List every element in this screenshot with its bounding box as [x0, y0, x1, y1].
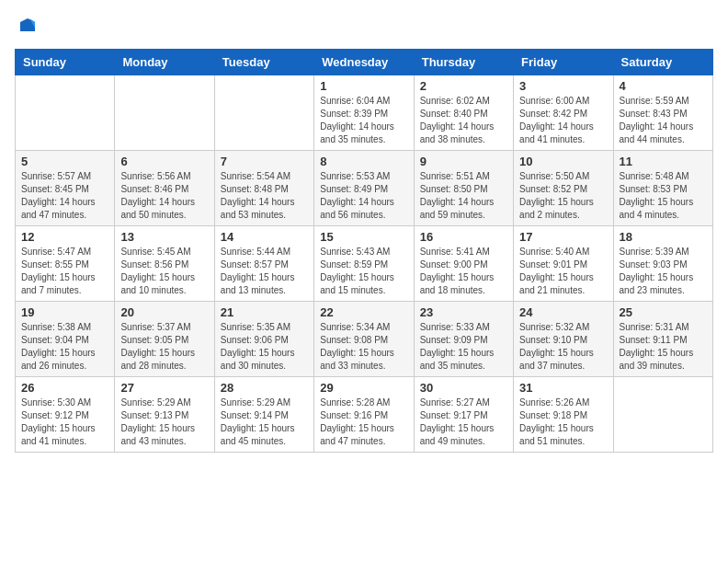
day-number: 12: [21, 230, 108, 244]
day-number: 30: [420, 381, 507, 395]
calendar-cell: 27Sunrise: 5:29 AM Sunset: 9:13 PM Dayli…: [115, 376, 214, 452]
week-row-3: 12Sunrise: 5:47 AM Sunset: 8:55 PM Dayli…: [16, 225, 713, 301]
day-detail: Sunrise: 6:02 AM Sunset: 8:40 PM Dayligh…: [420, 95, 507, 146]
day-number: 10: [519, 155, 607, 168]
calendar-cell: 13Sunrise: 5:45 AM Sunset: 8:56 PM Dayli…: [115, 225, 214, 301]
day-detail: Sunrise: 5:59 AM Sunset: 8:43 PM Dayligh…: [620, 95, 707, 146]
calendar-cell: [115, 75, 214, 150]
day-detail: Sunrise: 5:44 AM Sunset: 8:57 PM Dayligh…: [221, 246, 308, 297]
day-detail: Sunrise: 5:35 AM Sunset: 9:06 PM Dayligh…: [221, 321, 308, 373]
day-number: 22: [320, 305, 407, 319]
day-number: 19: [21, 305, 108, 319]
calendar-cell: 24Sunrise: 5:32 AM Sunset: 9:10 PM Dayli…: [514, 301, 613, 376]
day-detail: Sunrise: 5:34 AM Sunset: 9:08 PM Dayligh…: [320, 321, 407, 373]
day-number: 4: [620, 79, 707, 93]
calendar-cell: 25Sunrise: 5:31 AM Sunset: 9:11 PM Dayli…: [613, 301, 712, 376]
day-detail: Sunrise: 5:51 AM Sunset: 8:50 PM Dayligh…: [420, 170, 507, 222]
weekday-header-sunday: Sunday: [16, 49, 115, 75]
day-number: 26: [21, 381, 108, 395]
day-detail: Sunrise: 5:50 AM Sunset: 8:52 PM Dayligh…: [519, 170, 607, 222]
weekday-header-monday: Monday: [115, 49, 214, 75]
day-detail: Sunrise: 5:40 AM Sunset: 9:01 PM Dayligh…: [519, 246, 607, 297]
day-number: 6: [120, 155, 208, 168]
calendar-cell: 21Sunrise: 5:35 AM Sunset: 9:06 PM Dayli…: [214, 301, 313, 376]
day-number: 15: [320, 230, 407, 244]
weekday-header-friday: Friday: [514, 49, 613, 75]
week-row-4: 19Sunrise: 5:38 AM Sunset: 9:04 PM Dayli…: [16, 301, 713, 376]
calendar-cell: 11Sunrise: 5:48 AM Sunset: 8:53 PM Dayli…: [613, 150, 712, 225]
day-detail: Sunrise: 5:27 AM Sunset: 9:17 PM Dayligh…: [420, 396, 507, 448]
header-row: SundayMondayTuesdayWednesdayThursdayFrid…: [16, 49, 713, 75]
day-detail: Sunrise: 6:00 AM Sunset: 8:42 PM Dayligh…: [519, 95, 607, 146]
calendar-cell: 5Sunrise: 5:57 AM Sunset: 8:45 PM Daylig…: [16, 150, 115, 225]
calendar-cell: 7Sunrise: 5:54 AM Sunset: 8:48 PM Daylig…: [214, 150, 313, 225]
day-number: 28: [221, 381, 308, 395]
day-number: 25: [620, 305, 707, 319]
day-detail: Sunrise: 5:47 AM Sunset: 8:55 PM Dayligh…: [21, 246, 108, 297]
weekday-header-wednesday: Wednesday: [314, 49, 414, 75]
day-detail: Sunrise: 5:29 AM Sunset: 9:14 PM Dayligh…: [221, 396, 308, 448]
calendar-cell: 14Sunrise: 5:44 AM Sunset: 8:57 PM Dayli…: [214, 225, 313, 301]
weekday-header-saturday: Saturday: [613, 49, 712, 75]
day-number: 17: [519, 230, 607, 244]
calendar-cell: 29Sunrise: 5:28 AM Sunset: 9:16 PM Dayli…: [314, 376, 414, 452]
day-number: 20: [120, 305, 208, 319]
calendar-cell: [16, 75, 115, 150]
calendar-cell: 4Sunrise: 5:59 AM Sunset: 8:43 PM Daylig…: [613, 75, 712, 150]
day-detail: Sunrise: 5:41 AM Sunset: 9:00 PM Dayligh…: [420, 246, 507, 297]
calendar-cell: 19Sunrise: 5:38 AM Sunset: 9:04 PM Dayli…: [16, 301, 115, 376]
day-detail: Sunrise: 5:43 AM Sunset: 8:59 PM Dayligh…: [320, 246, 407, 297]
day-number: 16: [420, 230, 507, 244]
page-header: [15, 15, 713, 41]
weekday-header-tuesday: Tuesday: [214, 49, 313, 75]
day-number: 18: [620, 230, 707, 244]
day-detail: Sunrise: 5:38 AM Sunset: 9:04 PM Dayligh…: [21, 321, 108, 373]
calendar-cell: 8Sunrise: 5:53 AM Sunset: 8:49 PM Daylig…: [314, 150, 414, 225]
week-row-1: 1Sunrise: 6:04 AM Sunset: 8:39 PM Daylig…: [16, 75, 713, 150]
calendar-cell: [214, 75, 313, 150]
day-number: 13: [120, 230, 208, 244]
calendar-body: 1Sunrise: 6:04 AM Sunset: 8:39 PM Daylig…: [16, 75, 713, 452]
day-number: 21: [221, 305, 308, 319]
day-number: 2: [420, 79, 507, 93]
calendar-cell: 22Sunrise: 5:34 AM Sunset: 9:08 PM Dayli…: [314, 301, 414, 376]
day-detail: Sunrise: 5:32 AM Sunset: 9:10 PM Dayligh…: [519, 321, 607, 373]
svg-marker-0: [20, 18, 35, 31]
day-number: 5: [21, 155, 108, 168]
calendar-table: SundayMondayTuesdayWednesdayThursdayFrid…: [15, 49, 713, 453]
day-detail: Sunrise: 5:56 AM Sunset: 8:46 PM Dayligh…: [120, 170, 208, 222]
logo-icon: [17, 15, 39, 37]
logo: [15, 15, 39, 41]
calendar-cell: 12Sunrise: 5:47 AM Sunset: 8:55 PM Dayli…: [16, 225, 115, 301]
calendar-cell: 2Sunrise: 6:02 AM Sunset: 8:40 PM Daylig…: [414, 75, 513, 150]
day-detail: Sunrise: 5:28 AM Sunset: 9:16 PM Dayligh…: [320, 396, 407, 448]
calendar-cell: 18Sunrise: 5:39 AM Sunset: 9:03 PM Dayli…: [613, 225, 712, 301]
day-detail: Sunrise: 5:26 AM Sunset: 9:18 PM Dayligh…: [519, 396, 607, 448]
calendar-cell: 26Sunrise: 5:30 AM Sunset: 9:12 PM Dayli…: [16, 376, 115, 452]
day-number: 14: [221, 230, 308, 244]
calendar-cell: 30Sunrise: 5:27 AM Sunset: 9:17 PM Dayli…: [414, 376, 513, 452]
calendar-cell: 10Sunrise: 5:50 AM Sunset: 8:52 PM Dayli…: [514, 150, 613, 225]
calendar-cell: 6Sunrise: 5:56 AM Sunset: 8:46 PM Daylig…: [115, 150, 214, 225]
calendar-cell: 17Sunrise: 5:40 AM Sunset: 9:01 PM Dayli…: [514, 225, 613, 301]
day-detail: Sunrise: 5:30 AM Sunset: 9:12 PM Dayligh…: [21, 396, 108, 448]
week-row-5: 26Sunrise: 5:30 AM Sunset: 9:12 PM Dayli…: [16, 376, 713, 452]
day-detail: Sunrise: 5:57 AM Sunset: 8:45 PM Dayligh…: [21, 170, 108, 222]
day-detail: Sunrise: 6:04 AM Sunset: 8:39 PM Dayligh…: [320, 95, 407, 146]
day-number: 31: [519, 381, 607, 395]
day-number: 3: [519, 79, 607, 93]
day-detail: Sunrise: 5:54 AM Sunset: 8:48 PM Dayligh…: [221, 170, 308, 222]
day-detail: Sunrise: 5:31 AM Sunset: 9:11 PM Dayligh…: [620, 321, 707, 373]
day-number: 7: [221, 155, 308, 168]
day-number: 27: [120, 381, 208, 395]
day-number: 29: [320, 381, 407, 395]
calendar-cell: 28Sunrise: 5:29 AM Sunset: 9:14 PM Dayli…: [214, 376, 313, 452]
day-detail: Sunrise: 5:53 AM Sunset: 8:49 PM Dayligh…: [320, 170, 407, 222]
day-detail: Sunrise: 5:33 AM Sunset: 9:09 PM Dayligh…: [420, 321, 507, 373]
calendar-cell: 3Sunrise: 6:00 AM Sunset: 8:42 PM Daylig…: [514, 75, 613, 150]
calendar-header: SundayMondayTuesdayWednesdayThursdayFrid…: [16, 49, 713, 75]
day-number: 24: [519, 305, 607, 319]
day-detail: Sunrise: 5:39 AM Sunset: 9:03 PM Dayligh…: [620, 246, 707, 297]
day-detail: Sunrise: 5:48 AM Sunset: 8:53 PM Dayligh…: [620, 170, 707, 222]
week-row-2: 5Sunrise: 5:57 AM Sunset: 8:45 PM Daylig…: [16, 150, 713, 225]
